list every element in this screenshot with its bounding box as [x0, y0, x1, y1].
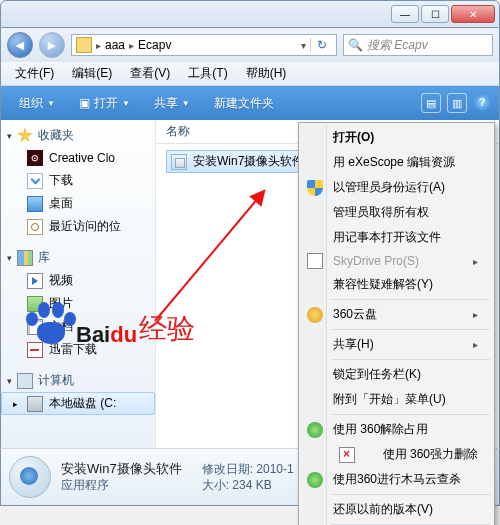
menu-file[interactable]: 文件(F): [7, 62, 62, 85]
menu-separator: [331, 359, 490, 360]
menu-help[interactable]: 帮助(H): [238, 62, 295, 85]
collapse-icon: ▾: [7, 253, 12, 263]
ctx-restore-previous[interactable]: 还原以前的版本(V): [301, 497, 492, 522]
exe-icon: [171, 154, 187, 170]
open-button[interactable]: ▣ 打开▼: [69, 91, 140, 116]
expand-icon: ▸: [13, 399, 18, 409]
nav-computer[interactable]: ▾计算机: [1, 369, 155, 392]
minimize-button[interactable]: —: [391, 5, 419, 23]
creative-cloud-icon: ⊙: [27, 150, 43, 166]
details-size-label: 大小:: [202, 478, 229, 492]
chevron-down-icon: ▼: [47, 99, 55, 108]
desktop-icon: [27, 196, 43, 212]
star-icon: [17, 128, 33, 144]
command-bar: 组织▼ ▣ 打开▼ 共享▼ 新建文件夹 ▤ ▥ ?: [0, 86, 500, 120]
menu-separator: [331, 299, 490, 300]
ctx-360-delete[interactable]: 使用 360强力删除: [301, 442, 492, 467]
breadcrumb-seg-1[interactable]: aaa: [105, 38, 125, 52]
search-input[interactable]: 🔍 搜索 Ecapv: [343, 34, 493, 56]
title-bar: — ☐ ✕: [0, 0, 500, 28]
ctx-pin-startmenu[interactable]: 附到「开始」菜单(U): [301, 387, 492, 412]
disk-icon: [27, 396, 43, 412]
ctx-360-trojan-scan[interactable]: 使用360进行木马云查杀: [301, 467, 492, 492]
details-size-value: 234 KB: [232, 478, 271, 492]
nav-forward-button[interactable]: ►: [39, 32, 65, 58]
skydrive-icon: [307, 253, 323, 269]
search-placeholder: 搜索 Ecapv: [367, 37, 428, 54]
new-folder-button[interactable]: 新建文件夹: [204, 91, 284, 116]
menu-separator: [331, 494, 490, 495]
download-icon: [27, 173, 43, 189]
submenu-arrow-icon: ▸: [473, 256, 478, 267]
menu-edit[interactable]: 编辑(E): [64, 62, 120, 85]
context-menu: 打开(O) 用 eXeScope 编辑资源 以管理员身份运行(A) 管理员取得所…: [298, 122, 495, 525]
ctx-open[interactable]: 打开(O): [301, 125, 492, 150]
share-button[interactable]: 共享▼: [144, 91, 200, 116]
file-type-icon: [9, 456, 51, 498]
menu-separator: [331, 414, 490, 415]
details-modified-value: 2010-1: [256, 462, 293, 476]
ctx-360-unlock[interactable]: 使用 360解除占用: [301, 417, 492, 442]
help-icon[interactable]: ?: [473, 93, 491, 111]
ctx-exescope[interactable]: 用 eXeScope 编辑资源: [301, 150, 492, 175]
360-icon: [307, 472, 323, 488]
details-modified-label: 修改日期:: [202, 462, 253, 476]
baidu-watermark: Baidu 经验: [22, 300, 195, 348]
refresh-icon[interactable]: ↻: [310, 38, 332, 52]
ctx-run-as-admin[interactable]: 以管理员身份运行(A): [301, 175, 492, 200]
video-icon: [27, 273, 43, 289]
navigation-pane: ▾收藏夹 ⊙Creative Clo 下载 桌面 最近访问的位 ▾库 视频 图片…: [1, 120, 156, 448]
nav-local-disk-c[interactable]: ▸本地磁盘 (C:: [1, 392, 155, 415]
nav-favorites[interactable]: ▾收藏夹: [1, 124, 155, 147]
submenu-arrow-icon: ▸: [473, 339, 478, 350]
ctx-take-ownership[interactable]: 管理员取得所有权: [301, 200, 492, 225]
ctx-compat-troubleshoot[interactable]: 兼容性疑难解答(Y): [301, 272, 492, 297]
nav-recent[interactable]: 最近访问的位: [1, 215, 155, 238]
search-icon: 🔍: [348, 38, 363, 52]
collapse-icon: ▾: [7, 376, 12, 386]
address-bar: ◄ ► ▸ aaa ▸ Ecapv ▾ ↻ 🔍 搜索 Ecapv: [0, 28, 500, 62]
preview-pane-button[interactable]: ▥: [447, 93, 467, 113]
breadcrumb-seg-2[interactable]: Ecapv: [138, 38, 171, 52]
organize-button[interactable]: 组织▼: [9, 91, 65, 116]
nav-libraries[interactable]: ▾库: [1, 246, 155, 269]
nav-videos[interactable]: 视频: [1, 269, 155, 292]
chevron-down-icon: ▼: [182, 99, 190, 108]
360-icon: [307, 422, 323, 438]
computer-icon: [17, 373, 33, 389]
nav-creative-cloud[interactable]: ⊙Creative Clo: [1, 147, 155, 169]
360-cloud-icon: [307, 307, 323, 323]
shield-icon: [307, 180, 323, 196]
submenu-arrow-icon: ▸: [473, 309, 478, 320]
address-box[interactable]: ▸ aaa ▸ Ecapv ▾ ↻: [71, 34, 337, 56]
maximize-button[interactable]: ☐: [421, 5, 449, 23]
recent-icon: [27, 219, 43, 235]
menu-view[interactable]: 查看(V): [122, 62, 178, 85]
close-button[interactable]: ✕: [451, 5, 495, 23]
breadcrumb-sep-icon: ▸: [129, 40, 134, 51]
menu-bar: 文件(F) 编辑(E) 查看(V) 工具(T) 帮助(H): [0, 62, 500, 86]
360-delete-icon: [339, 447, 355, 463]
details-name: 安装Win7摄像头软件: [61, 461, 182, 477]
details-type: 应用程序: [61, 477, 182, 493]
menu-separator: [331, 329, 490, 330]
nav-desktop[interactable]: 桌面: [1, 192, 155, 215]
collapse-icon: ▾: [7, 131, 12, 141]
breadcrumb-sep-icon: ▸: [96, 40, 101, 51]
ctx-skydrive[interactable]: SkyDrive Pro(S)▸: [301, 250, 492, 272]
menu-tools[interactable]: 工具(T): [180, 62, 235, 85]
library-icon: [17, 250, 33, 266]
ctx-pin-taskbar[interactable]: 锁定到任务栏(K): [301, 362, 492, 387]
ctx-360-cloud[interactable]: 360云盘▸: [301, 302, 492, 327]
folder-icon: [76, 37, 92, 53]
view-options-button[interactable]: ▤: [421, 93, 441, 113]
ctx-open-notepad[interactable]: 用记事本打开该文件: [301, 225, 492, 250]
file-name: 安装Win7摄像头软件: [193, 153, 304, 170]
baidu-paw-icon: [22, 300, 76, 348]
nav-back-button[interactable]: ◄: [7, 32, 33, 58]
nav-downloads[interactable]: 下载: [1, 169, 155, 192]
chevron-down-icon: ▼: [122, 99, 130, 108]
history-drop-icon[interactable]: ▾: [301, 40, 306, 51]
ctx-share[interactable]: 共享(H)▸: [301, 332, 492, 357]
